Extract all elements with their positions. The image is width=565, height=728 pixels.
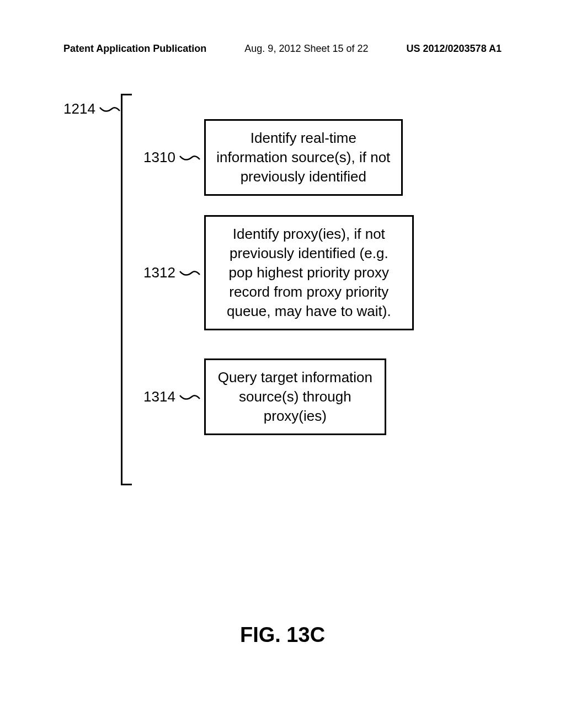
step-ref-label: 1312 bbox=[143, 264, 201, 281]
flow-diagram: 1214 1310 Identify real-time information… bbox=[0, 88, 565, 529]
lead-line-icon bbox=[179, 388, 201, 405]
header-docnum: US 2012/0203578 A1 bbox=[407, 43, 502, 55]
step-box: Identify proxy(ies), if not previously i… bbox=[204, 215, 414, 330]
figure-title: FIG. 13C bbox=[0, 623, 565, 647]
bracket bbox=[121, 94, 132, 485]
step-ref-label: 1314 bbox=[143, 388, 201, 405]
bracket-ref-label: 1214 bbox=[63, 100, 121, 117]
lead-line-icon bbox=[179, 264, 201, 281]
step-box: Query target information source(s) throu… bbox=[204, 358, 386, 435]
bracket-ref-text: 1214 bbox=[63, 100, 95, 117]
header-sheet: Aug. 9, 2012 Sheet 15 of 22 bbox=[244, 43, 368, 55]
step-ref-text: 1314 bbox=[143, 388, 175, 405]
lead-line-icon bbox=[99, 100, 121, 117]
step-box: Identify real-time information source(s)… bbox=[204, 119, 403, 196]
step-ref-text: 1312 bbox=[143, 264, 175, 281]
header-publication: Patent Application Publication bbox=[63, 43, 206, 55]
flow-step: 1314 Query target information source(s) … bbox=[143, 358, 386, 435]
step-ref-label: 1310 bbox=[143, 149, 201, 166]
lead-line-icon bbox=[179, 149, 201, 166]
flow-step: 1310 Identify real-time information sour… bbox=[143, 119, 403, 196]
flow-step: 1312 Identify proxy(ies), if not previou… bbox=[143, 215, 414, 330]
step-ref-text: 1310 bbox=[143, 149, 175, 166]
page-header: Patent Application Publication Aug. 9, 2… bbox=[0, 43, 565, 55]
